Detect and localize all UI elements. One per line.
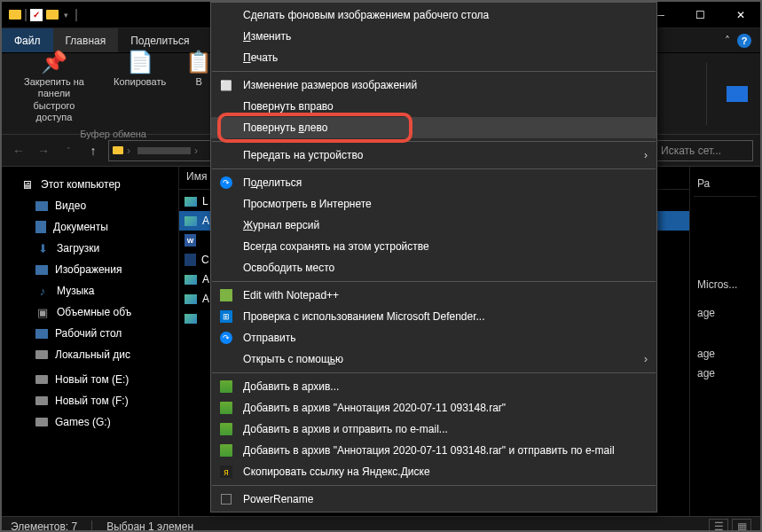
context-menu-item[interactable]: Печать — [211, 47, 656, 68]
check-icon: ✓ — [30, 9, 43, 21]
context-menu-item[interactable]: Добавить в архив... — [211, 376, 656, 397]
sidebar-item-this-pc[interactable]: Этот компьютер — [2, 174, 178, 195]
context-menu-label: Передать на устройство — [243, 149, 363, 161]
submenu-arrow-icon: › — [644, 149, 648, 161]
pin-quick-access-button[interactable]: 📌 Закрепить на панели быстрого доступа — [9, 48, 99, 125]
context-menu-item[interactable]: Изменение размеров изображений — [211, 74, 656, 96]
context-menu-label: PowerRename — [243, 493, 313, 505]
yd-icon: я — [218, 464, 234, 480]
sidebar-item-drive-c[interactable]: Локальный дис — [2, 344, 178, 365]
image-file-icon — [185, 275, 197, 285]
context-menu-item[interactable]: Повернуть влево — [211, 117, 656, 138]
separator — [91, 520, 92, 532]
context-menu-label: Добавить в архив "Аннотация 2020-07-11 0… — [243, 402, 506, 414]
context-menu-label: Edit with Notepad++ — [243, 289, 339, 301]
copy-button[interactable]: 📄 Копировать — [108, 48, 171, 125]
recent-dropdown[interactable]: ˅ — [59, 141, 78, 160]
context-menu-item[interactable]: ↷Отправить — [211, 327, 656, 348]
context-menu-item[interactable]: PowerRename — [211, 489, 656, 510]
blank-icon — [218, 28, 234, 44]
context-menu-item[interactable]: яСкопировать ссылку на Яндекс.Диске — [211, 461, 656, 482]
context-menu-item[interactable]: Edit with Notepad++ — [211, 285, 656, 306]
close-button[interactable]: ✕ — [720, 2, 760, 28]
context-menu-item[interactable]: Добавить в архив "Аннотация 2020-07-11 0… — [211, 440, 656, 461]
context-menu-item[interactable]: Журнал версий — [211, 215, 656, 236]
sidebar-label: Музыка — [57, 285, 94, 297]
blank-icon — [218, 239, 234, 254]
forward-button[interactable]: → — [34, 141, 53, 160]
image-file-icon — [185, 216, 197, 226]
sidebar-item-3d[interactable]: ▣ Объемные объ — [2, 301, 178, 323]
sidebar-item-drive-g[interactable]: Games (G:) — [2, 411, 178, 433]
sidebar-item-drive-f[interactable]: Новый том (F:) — [2, 390, 178, 411]
context-menu-label: Сделать фоновым изображением рабочего ст… — [243, 9, 489, 21]
sidebar-item-videos[interactable]: Видео — [2, 195, 178, 216]
sidebar-item-pictures[interactable]: Изображения — [2, 259, 178, 280]
file-name: A — [202, 273, 209, 286]
sidebar-item-drive-e[interactable]: Новый том (E:) — [2, 369, 178, 390]
maximize-button[interactable]: ☐ — [680, 2, 720, 28]
context-menu-item[interactable]: Открыть с помощью› — [211, 348, 656, 370]
sidebar-item-desktop[interactable]: Рабочий стол — [2, 323, 178, 344]
sidebar-label: Загрузки — [57, 242, 99, 254]
view-switcher: ☰ ▦ — [709, 519, 751, 532]
context-menu-label: Изменить — [243, 30, 291, 43]
back-button[interactable]: ← — [9, 141, 28, 160]
sidebar: Этот компьютер Видео Документы ⬇ Загрузк… — [2, 167, 179, 516]
selected-count: Выбран 1 элемен — [106, 520, 193, 532]
up-button[interactable]: ↑ — [83, 141, 103, 160]
window-controls: ─ ☐ ✕ — [640, 2, 760, 28]
column-header[interactable]: Ра — [694, 174, 757, 197]
3d-icon: ▣ — [35, 305, 50, 319]
details-view-button[interactable]: ☰ — [709, 519, 728, 532]
context-menu-item[interactable]: Добавить в архив "Аннотация 2020-07-11 0… — [211, 397, 656, 419]
context-menu-label: Скопировать ссылку на Яндекс.Диске — [243, 466, 430, 478]
separator — [75, 9, 77, 21]
dropdown-arrow-icon[interactable]: ▾ — [64, 11, 68, 20]
context-menu-item[interactable]: Повернуть вправо — [211, 96, 656, 117]
context-menu-label: Добавить в архив и отправить по e-mail..… — [243, 423, 448, 435]
context-menu-label: Проверка с использованием Microsoft Defe… — [243, 310, 485, 323]
context-menu-item[interactable]: Освободить место — [211, 257, 656, 278]
sidebar-label: Видео — [55, 200, 86, 212]
rar-icon — [218, 379, 234, 395]
context-menu-label: Добавить в архив... — [243, 380, 339, 393]
desktop-icon — [35, 329, 48, 339]
video-icon — [35, 201, 48, 211]
drive-icon — [35, 375, 48, 384]
context-menu-item[interactable]: ⊞Проверка с использованием Microsoft Def… — [211, 306, 656, 327]
copy-icon: 📄 — [127, 50, 153, 74]
context-menu-item[interactable]: Изменить — [211, 26, 656, 47]
thumbnails-view-button[interactable]: ▦ — [732, 519, 751, 532]
ribbon-right-button[interactable] — [721, 84, 753, 104]
rename-icon — [218, 491, 234, 507]
context-menu-item[interactable]: Всегда сохранять на этом устройстве — [211, 236, 656, 257]
sidebar-label: Новый том (F:) — [55, 395, 129, 407]
context-menu-separator — [212, 168, 656, 169]
blank-icon — [218, 98, 234, 114]
context-menu-item[interactable]: Передать на устройство› — [211, 145, 656, 166]
pc-icon — [20, 177, 34, 192]
sidebar-item-documents[interactable]: Документы — [2, 216, 178, 238]
help-icon[interactable]: ? — [737, 34, 751, 48]
blank-icon — [218, 260, 234, 276]
drive-icon — [35, 418, 48, 426]
context-menu-separator — [212, 485, 656, 486]
sidebar-label: Этот компьютер — [41, 178, 121, 191]
share-icon: ↷ — [218, 330, 234, 346]
context-menu-separator — [212, 281, 656, 282]
sidebar-item-music[interactable]: ♪ Музыка — [2, 280, 178, 301]
folder-icon — [46, 10, 59, 20]
expand-ribbon-icon[interactable]: ˄ — [725, 35, 730, 47]
context-menu-item[interactable]: Добавить в архив и отправить по e-mail..… — [211, 419, 656, 440]
context-menu-item[interactable]: ↷Поделиться — [211, 172, 656, 193]
sidebar-item-downloads[interactable]: ⬇ Загрузки — [2, 238, 178, 259]
context-menu-item[interactable]: Сделать фоновым изображением рабочего ст… — [211, 4, 656, 26]
context-menu-separator — [212, 71, 656, 72]
submenu-arrow-icon: › — [644, 353, 648, 365]
context-menu-item[interactable]: Просмотреть в Интернете — [211, 193, 656, 215]
html-file-icon — [185, 254, 196, 266]
sidebar-label: Изображения — [55, 263, 122, 276]
context-menu-label: Повернуть влево — [243, 121, 327, 134]
file-name: A — [202, 215, 209, 227]
